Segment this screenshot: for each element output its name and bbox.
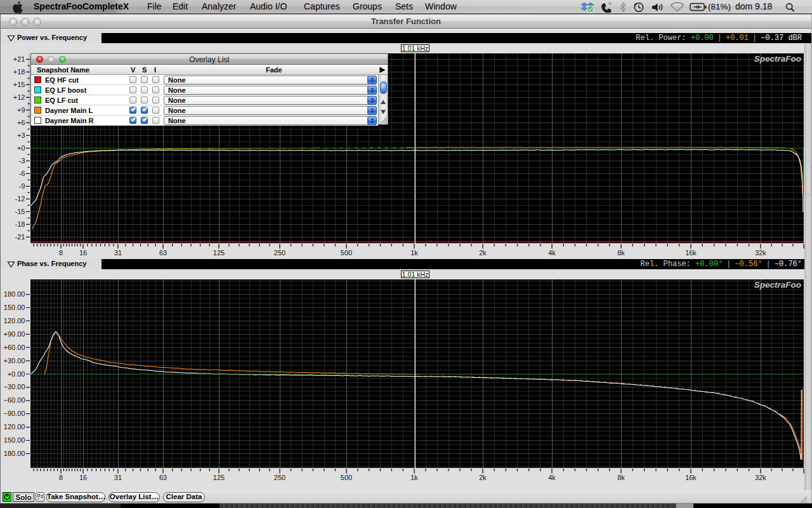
svg-text:+3: +3 — [17, 131, 25, 139]
svg-text:+30.00: +30.00 — [4, 357, 25, 364]
svg-text:4k: 4k — [548, 249, 556, 257]
svg-text:+0.00: +0.00 — [8, 370, 25, 378]
svg-text:120.00: 120.00 — [4, 317, 25, 324]
svg-text:500: 500 — [341, 249, 352, 257]
svg-text:125: 125 — [213, 474, 225, 481]
svg-text:32k: 32k — [755, 474, 766, 481]
svg-text:SpectraFoo: SpectraFoo — [754, 54, 801, 64]
svg-text:180.00: 180.00 — [4, 450, 25, 457]
svg-text:−90.00: −90.00 — [4, 410, 25, 417]
svg-text:125: 125 — [213, 249, 225, 257]
svg-text:-6: -6 — [19, 170, 25, 177]
svg-text:250: 250 — [274, 249, 285, 257]
svg-text:+12: +12 — [13, 93, 25, 101]
svg-text:500: 500 — [341, 474, 352, 481]
svg-text:+18: +18 — [13, 68, 25, 76]
svg-text:16: 16 — [79, 474, 87, 481]
svg-text:-3: -3 — [19, 157, 25, 164]
svg-text:+15: +15 — [13, 81, 25, 88]
svg-text:−60.00: −60.00 — [4, 396, 25, 404]
svg-text:150.00: 150.00 — [4, 436, 25, 444]
svg-text:16: 16 — [79, 249, 87, 257]
svg-text:1k: 1k — [410, 249, 418, 257]
svg-text:8: 8 — [59, 249, 63, 257]
svg-text:150.00: 150.00 — [4, 304, 25, 311]
svg-text:31: 31 — [114, 249, 122, 257]
svg-text:-9: -9 — [19, 182, 25, 190]
svg-text:+0: +0 — [17, 144, 25, 152]
svg-text:32k: 32k — [755, 249, 766, 257]
svg-text:+21: +21 — [13, 55, 25, 63]
svg-text:31: 31 — [114, 474, 122, 481]
svg-text:2k: 2k — [479, 249, 487, 257]
svg-text:+6: +6 — [17, 119, 25, 126]
svg-text:8k: 8k — [617, 249, 625, 257]
svg-text:-18: -18 — [15, 220, 25, 228]
svg-text:+60.00: +60.00 — [4, 344, 25, 351]
svg-text:1k: 1k — [410, 474, 418, 481]
svg-text:63: 63 — [159, 474, 167, 481]
svg-text:SpectraFoo: SpectraFoo — [754, 280, 801, 290]
svg-text:63: 63 — [159, 249, 167, 257]
svg-text:120.00: 120.00 — [4, 423, 25, 431]
svg-text:180.00: 180.00 — [4, 290, 25, 298]
svg-text:-21: -21 — [15, 233, 25, 241]
svg-text:−30.00: −30.00 — [4, 383, 25, 391]
svg-text:-15: -15 — [15, 208, 25, 215]
svg-text:+9: +9 — [17, 106, 25, 114]
svg-text:2k: 2k — [479, 474, 487, 481]
svg-text:16k: 16k — [685, 474, 697, 481]
svg-text:8: 8 — [59, 474, 63, 481]
svg-text:250: 250 — [274, 474, 285, 481]
svg-text:+90.00: +90.00 — [4, 330, 25, 338]
svg-text:16k: 16k — [685, 249, 697, 257]
svg-text:4k: 4k — [548, 474, 556, 481]
svg-text:-12: -12 — [15, 195, 25, 203]
svg-text:8k: 8k — [617, 474, 625, 481]
